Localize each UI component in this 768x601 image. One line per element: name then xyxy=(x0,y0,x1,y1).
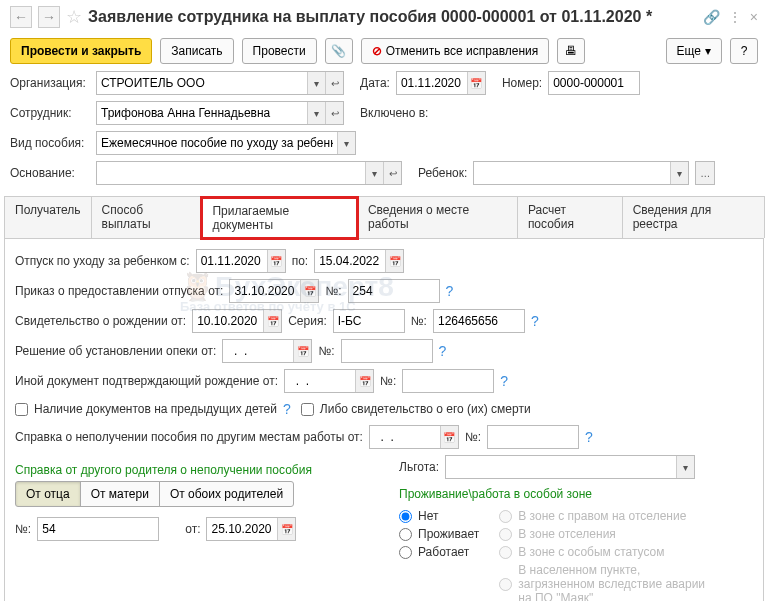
close-icon[interactable]: × xyxy=(750,9,758,25)
guardianship-date-input[interactable] xyxy=(223,340,293,362)
favorite-star-icon[interactable]: ☆ xyxy=(66,6,82,28)
guardianship-num-input[interactable] xyxy=(342,340,432,362)
order-num-input[interactable] xyxy=(349,280,439,302)
death-cert-checkbox[interactable] xyxy=(301,403,314,416)
menu-icon[interactable]: ⋮ xyxy=(728,9,742,25)
child-input[interactable] xyxy=(474,162,670,184)
otherdoc-help-icon[interactable]: ? xyxy=(500,373,508,389)
leave-from-label: Отпуск по уходу за ребенком с: xyxy=(15,254,190,268)
birthcert-label: Свидетельство о рождении от: xyxy=(15,314,186,328)
zone-none-radio[interactable] xyxy=(399,510,412,523)
date-input[interactable] xyxy=(397,72,467,94)
zone-special-radio xyxy=(499,546,512,559)
org-dropdown-button[interactable]: ▾ xyxy=(307,72,325,94)
birthcert-series-label: Серия: xyxy=(288,314,327,328)
basis-input[interactable] xyxy=(97,162,365,184)
basis-open-button[interactable]: ↩ xyxy=(383,162,401,184)
emp-dropdown-button[interactable]: ▾ xyxy=(307,102,325,124)
order-date-cal-button[interactable]: 📅 xyxy=(300,280,318,302)
tab-workplace-info[interactable]: Сведения о месте работы xyxy=(357,196,518,238)
nav-back-button[interactable]: ← xyxy=(10,6,32,28)
date-calendar-button[interactable]: 📅 xyxy=(467,72,485,94)
link-icon[interactable]: 🔗 xyxy=(703,9,720,25)
benefit-dropdown-button[interactable]: ▾ xyxy=(337,132,355,154)
emp-input[interactable] xyxy=(97,102,307,124)
zone-resettle-right-label: В зоне с правом на отселение xyxy=(518,509,686,523)
birthcert-num-input[interactable] xyxy=(434,310,524,332)
benefit-input[interactable] xyxy=(97,132,337,154)
cancel-corrections-button[interactable]: ⊘ Отменить все исправления xyxy=(361,38,550,64)
zone-works-label: Работает xyxy=(418,545,469,559)
from-mother-button[interactable]: От матери xyxy=(80,481,160,507)
child-dropdown-button[interactable]: ▾ xyxy=(670,162,688,184)
child-more-button[interactable]: … xyxy=(696,162,714,184)
num-label: Номер: xyxy=(502,76,542,90)
from-father-button[interactable]: От отца xyxy=(15,481,81,507)
child-label: Ребенок: xyxy=(418,166,467,180)
birthcert-series-input[interactable] xyxy=(334,310,404,332)
otherdoc-num-input[interactable] xyxy=(403,370,493,392)
privilege-dropdown-button[interactable]: ▾ xyxy=(676,456,694,478)
parent-num-input[interactable] xyxy=(38,518,158,540)
zone-title: Проживание\работа в особой зоне xyxy=(399,487,753,501)
org-open-button[interactable]: ↩ xyxy=(325,72,343,94)
zone-lives-radio[interactable] xyxy=(399,528,412,541)
parent-cert-title: Справка от другого родителя о неполучени… xyxy=(15,463,369,477)
noreceipt-help-icon[interactable]: ? xyxy=(585,429,593,445)
emp-open-button[interactable]: ↩ xyxy=(325,102,343,124)
more-button[interactable]: Еще ▾ xyxy=(666,38,722,64)
help-button[interactable]: ? xyxy=(730,38,758,64)
guardianship-help-icon[interactable]: ? xyxy=(439,343,447,359)
org-input[interactable] xyxy=(97,72,307,94)
tab-calc[interactable]: Расчет пособия xyxy=(517,196,623,238)
otherdoc-label: Иной документ подтверждающий рождение от… xyxy=(15,374,278,388)
tab-recipient[interactable]: Получатель xyxy=(4,196,92,238)
zone-mayak-radio xyxy=(499,578,512,591)
parent-date-label: от: xyxy=(185,522,200,536)
order-num-label: №: xyxy=(325,284,341,298)
otherdoc-date-cal-button[interactable]: 📅 xyxy=(355,370,373,392)
birthcert-date-input[interactable] xyxy=(193,310,263,332)
noreceipt-num-input[interactable] xyxy=(488,426,578,448)
print-button[interactable]: 🖶 xyxy=(557,38,585,64)
prev-children-help-icon[interactable]: ? xyxy=(283,401,291,417)
leave-from-cal-button[interactable]: 📅 xyxy=(267,250,285,272)
from-both-button[interactable]: От обоих родителей xyxy=(159,481,294,507)
otherdoc-date-input[interactable] xyxy=(285,370,355,392)
noreceipt-date-input[interactable] xyxy=(370,426,440,448)
leave-to-cal-button[interactable]: 📅 xyxy=(385,250,403,272)
parent-date-input[interactable] xyxy=(207,518,277,540)
birthcert-date-cal-button[interactable]: 📅 xyxy=(263,310,281,332)
guardianship-date-cal-button[interactable]: 📅 xyxy=(293,340,311,362)
privilege-input[interactable] xyxy=(446,456,676,478)
post-button[interactable]: Провести xyxy=(242,38,317,64)
num-input[interactable] xyxy=(549,72,639,94)
nav-forward-button[interactable]: → xyxy=(38,6,60,28)
tab-payment-method[interactable]: Способ выплаты xyxy=(91,196,203,238)
order-date-input[interactable] xyxy=(230,280,300,302)
zone-special-label: В зоне с особым статусом xyxy=(518,545,664,559)
birthcert-help-icon[interactable]: ? xyxy=(531,313,539,329)
leave-from-input[interactable] xyxy=(197,250,267,272)
post-and-close-button[interactable]: Провести и закрыть xyxy=(10,38,152,64)
prev-children-checkbox[interactable] xyxy=(15,403,28,416)
zone-resettle-radio xyxy=(499,528,512,541)
parent-date-cal-button[interactable]: 📅 xyxy=(277,518,295,540)
basis-label: Основание: xyxy=(10,166,90,180)
order-help-icon[interactable]: ? xyxy=(446,283,454,299)
guardianship-num-label: №: xyxy=(318,344,334,358)
tab-registry-info[interactable]: Сведения для реестра xyxy=(622,196,765,238)
tab-attached-docs[interactable]: Прилагаемые документы xyxy=(201,197,358,239)
attach-button[interactable]: 📎 xyxy=(325,38,353,64)
org-label: Организация: xyxy=(10,76,90,90)
zone-resettle-right-radio xyxy=(499,510,512,523)
noreceipt-date-cal-button[interactable]: 📅 xyxy=(440,426,458,448)
basis-dropdown-button[interactable]: ▾ xyxy=(365,162,383,184)
date-label: Дата: xyxy=(360,76,390,90)
death-cert-label: Либо свидетельство о его (их) смерти xyxy=(320,402,531,416)
save-button[interactable]: Записать xyxy=(160,38,233,64)
emp-label: Сотрудник: xyxy=(10,106,90,120)
zone-none-label: Нет xyxy=(418,509,438,523)
leave-to-input[interactable] xyxy=(315,250,385,272)
zone-works-radio[interactable] xyxy=(399,546,412,559)
